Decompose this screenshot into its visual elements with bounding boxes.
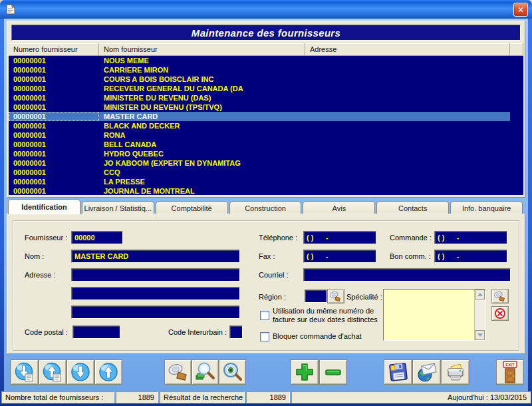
table-row[interactable]: 00000001 MASTER CARD (9, 112, 523, 121)
search-price-button[interactable] (192, 359, 219, 385)
status-today: Aujourd'hui : 13/03/2015 (291, 391, 531, 403)
scroll-down-icon[interactable] (475, 330, 485, 340)
table-row[interactable]: 00000001 BELL CANADA (9, 140, 523, 149)
table-row[interactable]: 00000001 JOURNAL DE MONTREAL (9, 186, 523, 195)
adresse-field-3[interactable] (71, 305, 240, 319)
tab-avis[interactable]: Avis (303, 201, 375, 214)
nav-down-page-button[interactable] (11, 359, 39, 385)
specialite-lookup-button[interactable] (491, 289, 509, 304)
table-row[interactable]: 00000001 RECEVEUR GENERAL DU CANADA (DA (9, 84, 523, 93)
same-invoice-label: Utilisation du même numéro de facture su… (273, 307, 384, 324)
block-order-checkbox[interactable] (260, 332, 269, 341)
tab-livraison-statistiq[interactable]: Livraison / Statistiq... (82, 201, 154, 214)
cell-numero: 00000001 (9, 149, 99, 158)
code-interurbain-field[interactable] (229, 325, 243, 339)
red-cross-circle-icon (494, 307, 506, 319)
bon-comm-field[interactable]: ( ) - (434, 250, 507, 263)
table-row[interactable]: 00000001 HYDRO QUEBEC (9, 149, 523, 158)
tab-contacts[interactable]: Contacts (376, 201, 449, 214)
remove-button[interactable] (319, 359, 347, 385)
nav-up-page-button[interactable] (39, 359, 66, 385)
cell-nom: RECEVEUR GENERAL DU CANADA (DA (99, 84, 305, 93)
column-header-adresse[interactable]: Adresse (305, 43, 510, 56)
cell-adresse (305, 112, 510, 121)
scroll-up-icon[interactable] (475, 290, 485, 300)
table-row[interactable]: 00000001 LA PRESSE (9, 177, 523, 186)
fournisseur-field[interactable]: 00000 (71, 231, 123, 244)
exit-button[interactable]: EXIT (496, 359, 524, 385)
print-button[interactable] (441, 359, 469, 385)
table-row[interactable]: 00000001 CCQ (9, 168, 523, 177)
adresse-field-2[interactable] (71, 287, 240, 300)
send-email-button[interactable] (412, 359, 441, 385)
column-header-nom[interactable]: Nom fournisseur (99, 43, 305, 56)
table-row[interactable]: 00000001 CARRIERE MIRON (9, 65, 523, 75)
cell-adresse (305, 149, 510, 158)
search-binoculars-button[interactable] (164, 359, 192, 385)
table-row[interactable]: 00000001 NOUS MEME (9, 56, 523, 65)
mail-globe-icon (416, 361, 438, 383)
titlebar (0, 0, 532, 19)
printer-icon (445, 361, 466, 383)
fax-field[interactable]: ( ) - (303, 250, 376, 263)
statusbar: Nombre total de fournisseurs : 1889 Résu… (1, 391, 531, 403)
cell-filler (510, 168, 523, 177)
table-row[interactable]: 00000001 RONA (9, 130, 523, 140)
telephone-field[interactable]: ( ) - (303, 231, 376, 244)
cell-nom: LA PRESSE (99, 177, 305, 186)
cell-filler (510, 75, 523, 84)
nav-up-button[interactable] (94, 359, 122, 385)
cell-numero: 00000001 (9, 75, 99, 84)
column-header-filler (510, 43, 523, 56)
code-postal-field[interactable] (72, 325, 120, 339)
cell-filler (510, 56, 523, 65)
tab-label: Livraison / Statistiq... (84, 204, 152, 212)
same-invoice-checkbox[interactable] (260, 311, 269, 320)
cell-filler (510, 177, 523, 186)
specialite-scrollbar[interactable] (474, 290, 485, 340)
table-row[interactable]: 00000001 MINISTERE DU REVENU (DAS) (9, 93, 523, 102)
magnifier-money-icon (195, 362, 216, 382)
specialite-clear-button[interactable] (491, 306, 509, 321)
cell-adresse (305, 56, 510, 65)
cell-nom: BLACK AND DECKER (99, 121, 305, 130)
region-lookup-button[interactable] (327, 289, 344, 304)
cell-nom: MASTER CARD (99, 112, 305, 121)
plus-icon (295, 362, 315, 382)
nav-down-button[interactable] (66, 359, 94, 385)
column-header-numero[interactable]: Numero fournisseur (9, 43, 99, 56)
table-row[interactable]: 00000001 BLACK AND DECKER (9, 121, 523, 130)
tab-label: Construction (245, 204, 286, 212)
region-label: Région : (259, 293, 286, 301)
cell-numero: 00000001 (9, 140, 99, 149)
search-view-button[interactable] (219, 359, 246, 385)
table-row[interactable]: 00000001 COURS A BOIS BOISCLAIR INC (9, 75, 523, 84)
courriel-field[interactable] (303, 268, 511, 282)
nom-field[interactable]: MASTER CARD (71, 250, 240, 263)
binoculars-icon (493, 291, 507, 302)
save-button[interactable] (384, 359, 412, 385)
tab-label: Info. banquaire (462, 204, 511, 212)
add-button[interactable] (291, 359, 319, 385)
cell-nom: CCQ (99, 168, 305, 177)
tab-construction[interactable]: Construction (229, 201, 302, 214)
status-total-value: 1889 (116, 391, 158, 403)
status-total-label: Nombre total de fournisseurs : (1, 391, 114, 403)
table-row[interactable]: 00000001 MINISTER DU REVENU (TPS/TVQ) (9, 102, 523, 112)
cell-adresse (305, 177, 510, 186)
region-field[interactable] (305, 290, 327, 303)
tab-label: Identification (21, 203, 66, 211)
cell-filler (510, 102, 523, 112)
commande-field[interactable]: ( ) - (434, 231, 507, 244)
tab-identification[interactable]: Identification (8, 199, 80, 214)
document-icon (5, 3, 17, 15)
cell-nom: RONA (99, 130, 305, 140)
cell-numero: 00000001 (9, 93, 99, 102)
adresse-field-1[interactable] (71, 268, 240, 282)
code-postal-label: Code postal : (25, 328, 68, 336)
close-button[interactable] (513, 3, 528, 17)
tab-info-banquaire[interactable]: Info. banquaire (450, 201, 523, 214)
tab-comptabilit[interactable]: Comptabilité (156, 201, 228, 214)
arrow-down-document-icon (14, 361, 35, 383)
table-row[interactable]: 00000001 JO KABOOM (EXPERT EN DYNAMITAG (9, 158, 523, 168)
